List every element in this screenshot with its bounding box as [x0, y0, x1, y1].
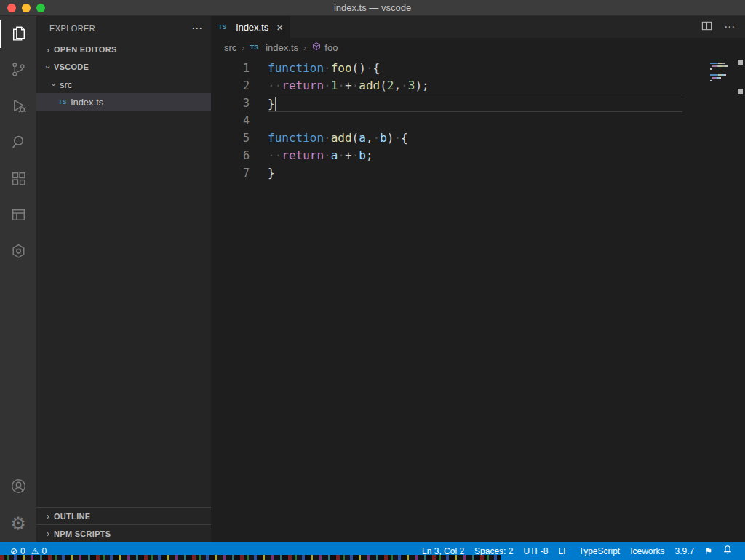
iceworks-extension[interactable]: Iceworks	[625, 546, 669, 556]
code-line[interactable]: 5function·add(a,·b)·{	[211, 129, 745, 147]
sidebar-header: EXPLORER ⋯	[36, 16, 211, 41]
line-number: 4	[211, 112, 268, 129]
feedback-button[interactable]: ⚑	[699, 546, 717, 556]
typescript-file-icon: TS	[250, 44, 259, 51]
code-token: }	[268, 97, 275, 111]
hexagon-plugin-icon	[9, 242, 28, 263]
open-editors-section[interactable]: › OPEN EDITORS	[36, 41, 211, 58]
code-area[interactable]: 1function·foo()·{2··return·1·+·add(2,·3)…	[211, 57, 745, 542]
code-token: add	[359, 79, 380, 92]
line-number: 6	[211, 147, 268, 164]
activity-plugin-button[interactable]	[0, 234, 36, 271]
search-icon	[9, 133, 28, 154]
encoding-setting[interactable]: UTF-8	[518, 546, 553, 556]
sidebar-bottom-sections: › OUTLINE › NPM SCRIPTS	[36, 507, 211, 542]
code-token: ··	[268, 148, 282, 162]
editor-actions: ⋯	[701, 16, 745, 38]
code-token: ·	[338, 148, 345, 162]
activity-search-button[interactable]	[0, 125, 36, 161]
line-content: function·add(a,·b)·{	[268, 129, 682, 147]
outline-section[interactable]: › OUTLINE	[36, 507, 211, 524]
activity-run-debug-button[interactable]	[0, 89, 36, 125]
workspace-section[interactable]: › VSCODE	[36, 58, 211, 76]
flag-icon: ⚑	[704, 546, 712, 556]
code-line[interactable]: 2··return·1·+·add(2,·3);	[211, 77, 745, 95]
close-window-button[interactable]	[7, 4, 16, 12]
language-mode[interactable]: TypeScript	[573, 546, 625, 556]
code-token: ·	[352, 148, 359, 162]
activity-extensions-button[interactable]	[0, 161, 36, 198]
activity-preview-button[interactable]	[0, 198, 36, 234]
code-token: return	[282, 148, 324, 162]
code-token: )	[387, 131, 394, 145]
folder-src[interactable]: › src	[36, 76, 211, 93]
code-line[interactable]: 1function·foo()·{	[211, 60, 745, 77]
minimize-window-button[interactable]	[22, 4, 31, 12]
activity-source-control-button[interactable]	[0, 52, 36, 89]
file-name: index.ts	[71, 97, 104, 108]
breadcrumb-file[interactable]: TS index.ts	[250, 42, 298, 53]
breadcrumb-symbol-foo[interactable]: foo	[311, 41, 338, 54]
code-token: );	[415, 79, 429, 92]
sidebar-more-actions-button[interactable]: ⋯	[191, 22, 202, 35]
code-token: ·	[324, 61, 331, 75]
line-content: }	[268, 95, 682, 112]
zoom-window-button[interactable]	[36, 4, 45, 12]
overview-ruler-mark	[738, 89, 743, 94]
code-token: (	[380, 79, 387, 92]
eol-setting[interactable]: LF	[553, 546, 573, 556]
code-token: foo	[331, 61, 352, 75]
run-debug-icon	[9, 97, 28, 118]
code-lines: 1function·foo()·{2··return·1·+·add(2,·3)…	[211, 60, 745, 182]
code-token: b	[359, 148, 366, 162]
code-token: ·	[401, 79, 408, 92]
tab-index-ts[interactable]: TS index.ts ×	[211, 16, 290, 38]
code-token: ·	[373, 131, 381, 145]
code-token: ·	[324, 79, 331, 92]
code-token: ·	[324, 131, 331, 145]
line-content: function·foo()·{	[268, 60, 682, 77]
breadcrumb-separator: ›	[303, 42, 306, 53]
code-token: 2	[387, 79, 394, 92]
code-token: b	[380, 131, 387, 145]
extension-version[interactable]: 3.9.7	[670, 546, 700, 556]
traffic-lights	[7, 0, 45, 16]
minimap[interactable]	[710, 63, 733, 83]
file-index-ts[interactable]: TS index.ts	[36, 93, 211, 111]
extensions-icon	[9, 169, 28, 191]
line-number: 3	[211, 95, 268, 112]
code-token: function	[268, 131, 324, 145]
typescript-file-icon: TS	[58, 98, 67, 105]
code-token: ·	[352, 79, 359, 92]
code-line[interactable]: 4	[211, 112, 745, 129]
tab-label: index.ts	[236, 22, 269, 33]
close-tab-button[interactable]: ×	[276, 21, 283, 33]
npm-scripts-section[interactable]: › NPM SCRIPTS	[36, 524, 211, 542]
code-token: {	[401, 131, 408, 145]
code-token: ,	[366, 131, 373, 145]
breadcrumb-src[interactable]: src	[224, 42, 236, 53]
split-editor-button[interactable]	[701, 20, 712, 34]
code-token: +	[345, 79, 352, 92]
code-token: ;	[366, 148, 373, 162]
activity-account-button[interactable]	[0, 469, 36, 505]
files-icon	[9, 24, 28, 45]
tab-bar: TS index.ts × ⋯	[211, 16, 745, 38]
more-actions-button[interactable]: ⋯	[724, 20, 735, 33]
overview-ruler-mark	[738, 60, 743, 65]
typescript-file-icon: TS	[218, 23, 227, 31]
activity-explorer-button[interactable]	[0, 16, 36, 52]
code-line[interactable]: 3}	[211, 95, 745, 112]
code-token: 3	[408, 79, 415, 92]
activity-settings-button[interactable]: ⚙	[0, 505, 36, 542]
notifications-button[interactable]	[717, 545, 738, 557]
code-line[interactable]: 6··return·a·+·b;	[211, 147, 745, 164]
code-token: function	[268, 61, 324, 75]
chevron-down-icon: ›	[49, 79, 60, 90]
overview-ruler[interactable]	[736, 57, 744, 542]
code-token: a	[359, 131, 366, 145]
code-line[interactable]: 7}	[211, 164, 745, 182]
code-token: ·	[324, 148, 331, 162]
account-icon	[9, 477, 28, 498]
code-token: ,	[394, 79, 401, 92]
